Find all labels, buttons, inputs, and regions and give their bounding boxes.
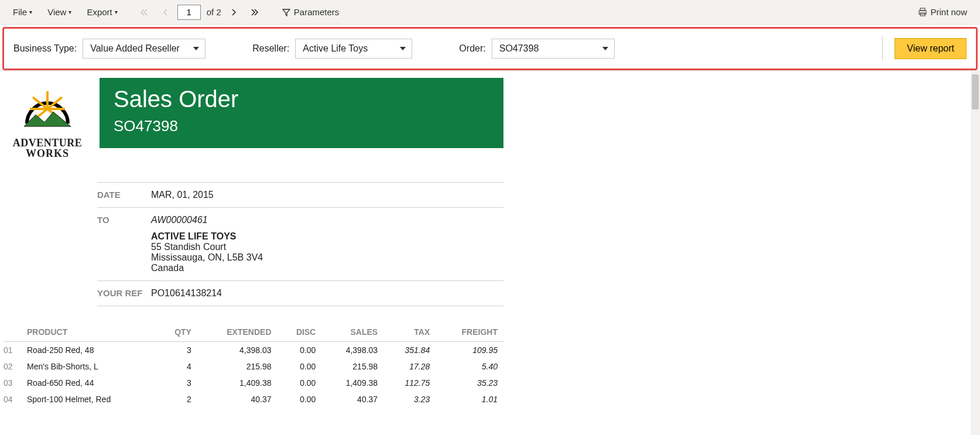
row-sales: 4,398.03: [321, 342, 383, 359]
order-param: Order: SO47398: [459, 39, 614, 59]
row-product: Road-650 Red, 44: [21, 375, 157, 391]
file-menu[interactable]: File ▾: [7, 5, 38, 19]
business-type-select[interactable]: Value Added Reseller: [83, 39, 205, 59]
row-extended: 1,409.38: [197, 375, 277, 391]
page-number-input[interactable]: [177, 5, 201, 20]
row-freight: 35.23: [436, 375, 503, 391]
row-sales: 1,409.38: [321, 375, 383, 391]
col-disc: DISC: [277, 323, 322, 342]
vertical-scrollbar[interactable]: [971, 71, 980, 435]
table-row: 03Road-650 Red, 4431,409.380.001,409.381…: [4, 375, 503, 391]
svg-rect-0: [920, 8, 925, 11]
view-report-button[interactable]: View report: [895, 38, 967, 59]
col-extended: EXTENDED: [197, 323, 277, 342]
reseller-value: Active Life Toys: [303, 43, 368, 54]
row-freight: 109.95: [436, 342, 503, 359]
prev-page-button[interactable]: [156, 5, 174, 20]
view-report-label: View report: [907, 43, 954, 53]
business-type-label: Business Type:: [13, 43, 77, 54]
next-page-button[interactable]: [225, 5, 242, 20]
report-toolbar: File ▾ View ▾ Export ▾ of 2 Parameters: [0, 0, 980, 25]
row-sales: 215.98: [321, 358, 383, 375]
business-type-value: Value Added Reseller: [90, 43, 180, 54]
row-tax: 112.75: [383, 375, 436, 391]
table-row: 04Sport-100 Helmet, Red240.370.0040.373.…: [4, 391, 503, 407]
row-qty: 4: [157, 358, 197, 375]
line-items-table: PRODUCT QTY EXTENDED DISC SALES TAX FREI…: [4, 323, 503, 407]
to-name: ACTIVE LIFE TOYS: [151, 231, 263, 242]
ref-value: PO10614138214: [151, 288, 222, 299]
last-page-button[interactable]: [246, 5, 263, 20]
print-icon: [917, 7, 928, 18]
order-value: SO47398: [499, 43, 539, 54]
export-menu[interactable]: Export ▾: [81, 5, 123, 19]
row-product: Men's Bib-Shorts, L: [21, 358, 157, 375]
row-freight: 1.01: [436, 391, 503, 407]
divider: [882, 37, 883, 60]
report-title: Sales Order: [114, 86, 489, 112]
to-addr2: Mississauga, ON, L5B 3V4: [151, 252, 263, 263]
row-extended: 215.98: [197, 358, 277, 375]
to-addr1: 55 Standish Court: [151, 242, 263, 252]
export-menu-label: Export: [87, 7, 112, 17]
print-now-button[interactable]: Print now: [912, 5, 973, 20]
parameter-panel: Business Type: Value Added Reseller Rese…: [2, 27, 978, 70]
col-qty: QTY: [157, 323, 197, 342]
row-index: 04: [4, 391, 21, 407]
reseller-select[interactable]: Active Life Toys: [295, 39, 412, 59]
reseller-label: Reseller:: [252, 43, 289, 54]
col-sales: SALES: [321, 323, 383, 342]
page-total-label: of 2: [207, 7, 221, 17]
parameters-button[interactable]: Parameters: [275, 5, 345, 20]
row-index: 02: [4, 358, 21, 375]
to-value: AW00000461 ACTIVE LIFE TOYS 55 Standish …: [151, 215, 263, 273]
report-page: ADVENTURE WORKS Sales Order SO47398 DATE…: [0, 71, 503, 435]
row-disc: 0.00: [277, 358, 322, 375]
table-header-row: PRODUCT QTY EXTENDED DISC SALES TAX FREI…: [4, 323, 503, 342]
scrollbar-thumb[interactable]: [972, 74, 979, 109]
row-tax: 17.28: [383, 358, 436, 375]
row-index: 03: [4, 375, 21, 391]
company-logo: ADVENTURE WORKS: [4, 78, 91, 159]
row-product: Road-250 Red, 48: [21, 342, 157, 359]
report-viewport: ADVENTURE WORKS Sales Order SO47398 DATE…: [0, 70, 980, 435]
table-row: 02Men's Bib-Shorts, L4215.980.00215.9817…: [4, 358, 503, 375]
row-qty: 2: [157, 391, 197, 407]
logo-text-2: WORKS: [13, 148, 83, 159]
row-product: Sport-100 Helmet, Red: [21, 391, 157, 407]
caret-down-icon: [400, 47, 406, 50]
prev-page-icon: [160, 7, 170, 18]
reseller-param: Reseller: Active Life Toys: [252, 39, 412, 59]
to-country: Canada: [151, 263, 263, 273]
date-value: MAR, 01, 2015: [151, 190, 214, 200]
order-label: Order:: [459, 43, 485, 54]
next-page-icon: [228, 7, 239, 18]
first-page-button[interactable]: [135, 5, 153, 20]
chevron-down-icon: ▾: [68, 9, 71, 15]
to-code: AW00000461: [151, 215, 263, 225]
col-product: PRODUCT: [21, 323, 157, 342]
parameters-label: Parameters: [294, 7, 340, 17]
last-page-icon: [249, 7, 260, 18]
row-tax: 3.23: [383, 391, 436, 407]
row-qty: 3: [157, 375, 197, 391]
col-tax: TAX: [383, 323, 436, 342]
to-label: TO: [97, 215, 151, 225]
col-freight: FREIGHT: [436, 323, 503, 342]
row-disc: 0.00: [277, 391, 322, 407]
business-type-param: Business Type: Value Added Reseller: [13, 39, 205, 59]
view-menu[interactable]: View ▾: [42, 5, 77, 19]
filter-icon: [281, 7, 292, 18]
ref-label: YOUR REF: [97, 288, 151, 298]
file-menu-label: File: [13, 7, 27, 17]
adventure-works-logo-icon: [15, 83, 80, 135]
caret-down-icon: [193, 47, 199, 50]
order-select[interactable]: SO47398: [492, 39, 615, 59]
row-disc: 0.00: [277, 342, 322, 359]
row-extended: 40.37: [197, 391, 277, 407]
row-extended: 4,398.03: [197, 342, 277, 359]
first-page-icon: [139, 7, 149, 18]
row-sales: 40.37: [321, 391, 383, 407]
print-now-label: Print now: [930, 7, 967, 17]
chevron-down-icon: ▾: [115, 9, 118, 15]
